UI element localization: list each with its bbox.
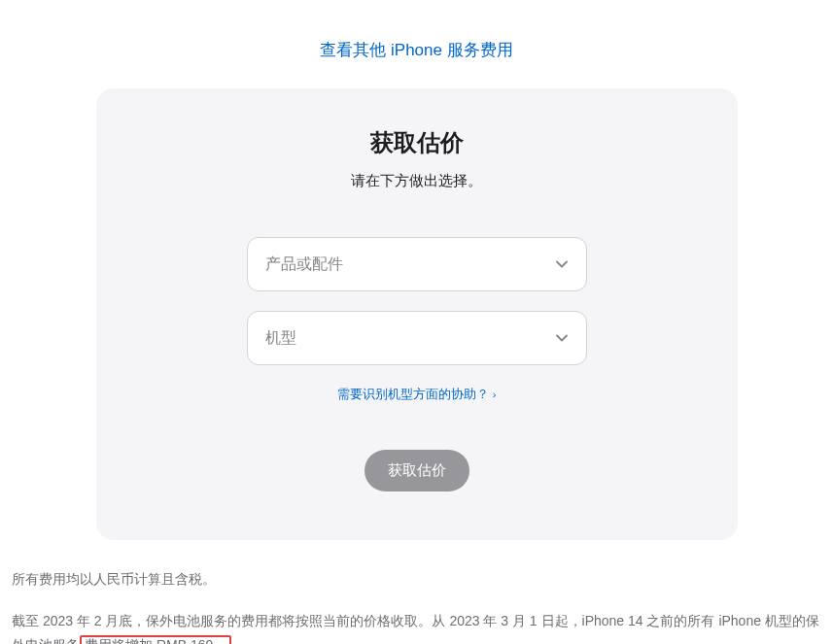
product-select[interactable]: 产品或配件 [247,237,587,291]
chevron-down-icon [555,257,569,271]
footer-disclaimer: 所有费用均以人民币计算且含税。 截至 2023 年 2 月底，保外电池服务的费用… [0,540,833,644]
model-select-placeholder: 机型 [265,328,296,349]
card-title: 获取估价 [145,127,689,158]
chevron-right-icon: › [493,389,497,400]
price-increase-highlight: 费用将增加 RMB 169。 [80,635,231,644]
identify-model-help-link[interactable]: 需要识别机型方面的协助？› [337,387,497,401]
footer-line-2: 截至 2023 年 2 月底，保外电池服务的费用都将按照当前的价格收取。从 20… [12,609,821,644]
card-subtitle: 请在下方做出选择。 [145,172,689,190]
help-link-text: 需要识别机型方面的协助？ [337,387,489,401]
chevron-down-icon [555,331,569,345]
other-services-link[interactable]: 查看其他 iPhone 服务费用 [320,41,512,59]
footer-line-1: 所有费用均以人民币计算且含税。 [12,567,821,592]
estimate-card: 获取估价 请在下方做出选择。 产品或配件 机型 需要识别机型方面的协助？› 获取… [96,88,738,540]
get-estimate-button[interactable]: 获取估价 [364,450,469,491]
model-select[interactable]: 机型 [247,311,587,365]
product-select-placeholder: 产品或配件 [265,254,343,275]
